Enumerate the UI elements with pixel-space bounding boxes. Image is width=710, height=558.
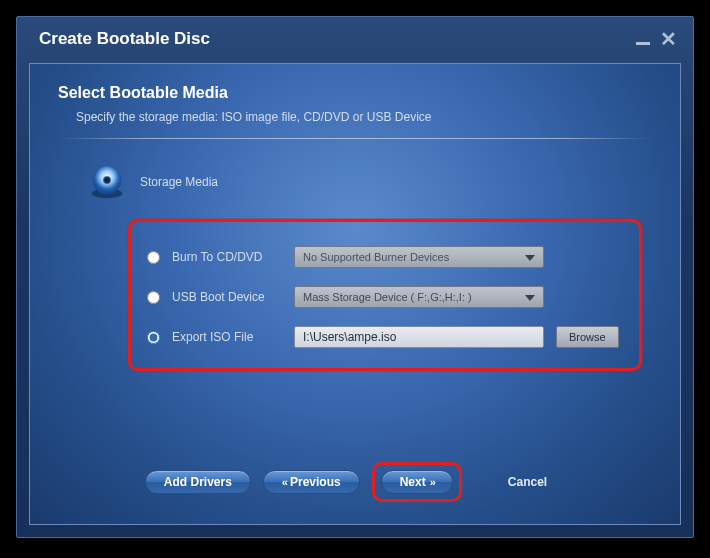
disc-icon (88, 163, 126, 201)
dropdown-cd-dvd[interactable]: No Supported Burner Devices (294, 246, 544, 268)
dialog-window: Create Bootable Disc ✕ Select Bootable M… (16, 16, 694, 538)
dropdown-usb[interactable]: Mass Storage Device ( F:,G:,H:,I: ) (294, 286, 544, 308)
iso-path-input[interactable] (294, 326, 544, 348)
browse-button[interactable]: Browse (556, 326, 619, 348)
window-controls: ✕ (636, 29, 677, 49)
option-iso-row: Export ISO File Browse (147, 326, 623, 348)
page-subheading: Specify the storage media: ISO image fil… (76, 110, 652, 124)
label-usb: USB Boot Device (172, 290, 282, 304)
dialog-content: Select Bootable Media Specify the storag… (29, 63, 681, 525)
storage-media-header: Storage Media (88, 163, 652, 201)
label-iso: Export ISO File (172, 330, 282, 344)
chevron-left-icon: « (282, 476, 286, 488)
options-group-highlight: Burn To CD/DVD No Supported Burner Devic… (128, 219, 642, 371)
cancel-button[interactable]: Cancel (490, 470, 565, 494)
svg-point-3 (105, 178, 109, 182)
page-heading: Select Bootable Media (58, 84, 652, 102)
option-usb-row: USB Boot Device Mass Storage Device ( F:… (147, 286, 623, 308)
window-title: Create Bootable Disc (39, 29, 210, 49)
storage-media-label: Storage Media (140, 175, 218, 189)
divider (58, 138, 652, 139)
radio-iso[interactable] (147, 331, 160, 344)
next-button-highlight: Next » (372, 462, 462, 502)
radio-usb[interactable] (147, 291, 160, 304)
radio-cd-dvd[interactable] (147, 251, 160, 264)
next-button[interactable]: Next » (381, 470, 453, 494)
next-button-label: Next (400, 475, 426, 489)
titlebar: Create Bootable Disc ✕ (17, 17, 693, 59)
label-cd-dvd: Burn To CD/DVD (172, 250, 282, 264)
previous-button[interactable]: « Previous (263, 470, 360, 494)
button-row: Add Drivers « Previous Next » Cancel (30, 462, 680, 502)
previous-button-label: Previous (290, 475, 341, 489)
option-cd-dvd-row: Burn To CD/DVD No Supported Burner Devic… (147, 246, 623, 268)
chevron-right-icon: » (430, 476, 434, 488)
close-icon[interactable]: ✕ (660, 29, 677, 49)
add-drivers-button[interactable]: Add Drivers (145, 470, 251, 494)
minimize-icon[interactable] (636, 42, 650, 45)
